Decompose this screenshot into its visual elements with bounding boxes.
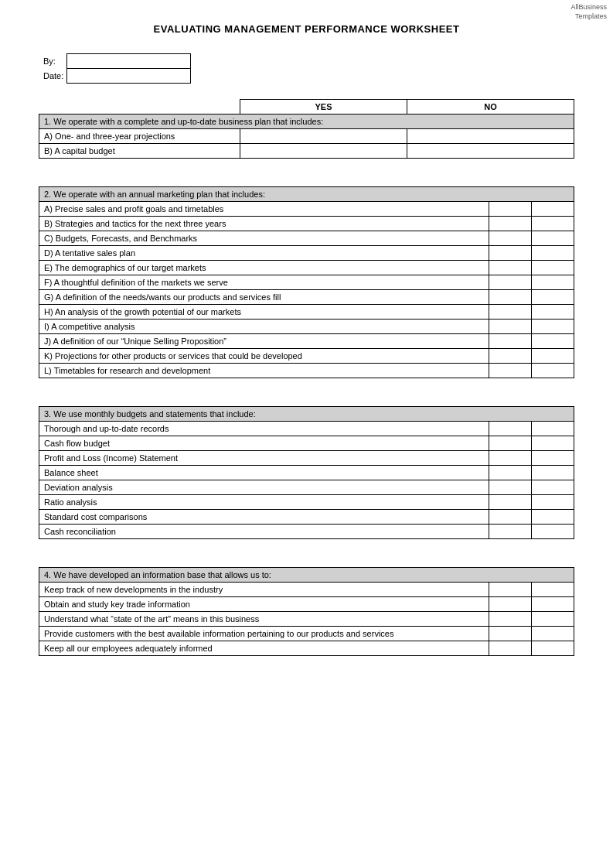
no-cell-2-6[interactable] <box>532 510 574 525</box>
row-text-1-7: H) An analysis of the growth potential o… <box>39 305 489 320</box>
yes-cell-1-9[interactable] <box>489 334 532 349</box>
row-text-2-4: Deviation analysis <box>39 480 489 495</box>
yes-cell-0-0[interactable] <box>240 129 407 144</box>
row-text-2-0: Thorough and up-to-date records <box>39 422 489 436</box>
table-row: B) Strategies and tactics for the next t… <box>39 217 574 231</box>
row-text-1-10: K) Projections for other products or ser… <box>39 349 489 364</box>
yes-cell-1-1[interactable] <box>489 217 532 231</box>
yes-cell-2-6[interactable] <box>489 510 532 525</box>
table-row: Provide customers with the best availabl… <box>39 627 574 641</box>
table-row: J) A definition of our “Unique Selling P… <box>39 334 574 349</box>
yes-cell-3-0[interactable] <box>489 583 532 597</box>
yes-cell-1-6[interactable] <box>489 290 532 305</box>
no-cell-1-7[interactable] <box>532 305 574 320</box>
yes-cell-1-11[interactable] <box>489 364 532 378</box>
table-row: Deviation analysis <box>39 480 574 495</box>
yes-header: YES <box>240 100 407 114</box>
yes-cell-2-5[interactable] <box>489 495 532 510</box>
no-cell-3-0[interactable] <box>532 583 574 597</box>
row-text-2-3: Balance sheet <box>39 466 489 480</box>
table-row: C) Budgets, Forecasts, and Benchmarks <box>39 231 574 246</box>
table-row: Cash reconciliation <box>39 525 574 539</box>
row-text-1-0: A) Precise sales and profit goals and ti… <box>39 202 489 217</box>
table-row: Obtain and study key trade information <box>39 597 574 612</box>
no-cell-1-1[interactable] <box>532 217 574 231</box>
section-table-2: 2. We operate with an annual marketing p… <box>39 186 574 378</box>
yes-cell-0-1[interactable] <box>240 144 407 159</box>
yes-cell-3-1[interactable] <box>489 597 532 612</box>
table-row: Standard cost comparisons <box>39 510 574 525</box>
row-text-1-6: G) A definition of the needs/wants our p… <box>39 290 489 305</box>
no-cell-1-10[interactable] <box>532 349 574 364</box>
no-cell-2-5[interactable] <box>532 495 574 510</box>
no-cell-1-4[interactable] <box>532 261 574 275</box>
row-text-3-2: Understand what “state of the art” means… <box>39 612 489 627</box>
by-date-table: By: Date: <box>39 53 191 84</box>
row-text-3-3: Provide customers with the best availabl… <box>39 627 489 641</box>
no-cell-2-0[interactable] <box>532 422 574 436</box>
table-row: Keep track of new developments in the in… <box>39 583 574 597</box>
yes-cell-1-10[interactable] <box>489 349 532 364</box>
no-cell-3-1[interactable] <box>532 597 574 612</box>
row-text-1-9: J) A definition of our “Unique Selling P… <box>39 334 489 349</box>
table-row: A) Precise sales and profit goals and ti… <box>39 202 574 217</box>
no-cell-1-5[interactable] <box>532 275 574 290</box>
yes-cell-1-5[interactable] <box>489 275 532 290</box>
no-cell-1-8[interactable] <box>532 320 574 334</box>
table-row: Keep all our employees adequately inform… <box>39 641 574 656</box>
yes-cell-2-2[interactable] <box>489 451 532 466</box>
row-text-0-0: A) One- and three-year projections <box>39 129 240 144</box>
yes-cell-2-4[interactable] <box>489 480 532 495</box>
yes-cell-3-2[interactable] <box>489 612 532 627</box>
yes-cell-2-0[interactable] <box>489 422 532 436</box>
row-text-2-1: Cash flow budget <box>39 436 489 451</box>
section-header-2: 2. We operate with an annual marketing p… <box>39 187 574 202</box>
row-text-3-4: Keep all our employees adequately inform… <box>39 641 489 656</box>
row-text-1-2: C) Budgets, Forecasts, and Benchmarks <box>39 231 489 246</box>
no-cell-3-2[interactable] <box>532 612 574 627</box>
table-row: Cash flow budget <box>39 436 574 451</box>
no-cell-3-4[interactable] <box>532 641 574 656</box>
watermark-line2: Templates <box>575 12 607 20</box>
no-cell-3-3[interactable] <box>532 627 574 641</box>
no-cell-0-1[interactable] <box>407 144 574 159</box>
row-text-1-1: B) Strategies and tactics for the next t… <box>39 217 489 231</box>
date-label: Date: <box>39 69 67 84</box>
no-cell-2-7[interactable] <box>532 525 574 539</box>
no-cell-1-11[interactable] <box>532 364 574 378</box>
date-input[interactable] <box>67 69 191 84</box>
row-text-2-5: Ratio analysis <box>39 495 489 510</box>
row-text-3-1: Obtain and study key trade information <box>39 597 489 612</box>
yes-cell-2-7[interactable] <box>489 525 532 539</box>
no-cell-1-2[interactable] <box>532 231 574 246</box>
no-cell-1-9[interactable] <box>532 334 574 349</box>
no-cell-1-3[interactable] <box>532 246 574 261</box>
no-cell-0-0[interactable] <box>407 129 574 144</box>
yes-cell-3-3[interactable] <box>489 627 532 641</box>
yes-cell-1-4[interactable] <box>489 261 532 275</box>
row-text-1-3: D) A tentative sales plan <box>39 246 489 261</box>
yes-cell-1-3[interactable] <box>489 246 532 261</box>
row-text-2-6: Standard cost comparisons <box>39 510 489 525</box>
no-cell-2-2[interactable] <box>532 451 574 466</box>
section-table-3: 3. We use monthly budgets and statements… <box>39 406 574 539</box>
table-row: Understand what “state of the art” means… <box>39 612 574 627</box>
no-cell-2-4[interactable] <box>532 480 574 495</box>
table-row: G) A definition of the needs/wants our p… <box>39 290 574 305</box>
by-label: By: <box>39 54 67 69</box>
no-cell-2-3[interactable] <box>532 466 574 480</box>
yes-cell-1-7[interactable] <box>489 305 532 320</box>
no-cell-1-0[interactable] <box>532 202 574 217</box>
yes-cell-1-2[interactable] <box>489 231 532 246</box>
yes-cell-1-8[interactable] <box>489 320 532 334</box>
table-row: K) Projections for other products or ser… <box>39 349 574 364</box>
row-text-1-8: I) A competitive analysis <box>39 320 489 334</box>
yes-cell-2-3[interactable] <box>489 466 532 480</box>
no-cell-2-1[interactable] <box>532 436 574 451</box>
yes-cell-3-4[interactable] <box>489 641 532 656</box>
section-header-4: 4. We have developed an information base… <box>39 568 574 583</box>
yes-cell-2-1[interactable] <box>489 436 532 451</box>
no-cell-1-6[interactable] <box>532 290 574 305</box>
yes-cell-1-0[interactable] <box>489 202 532 217</box>
by-input[interactable] <box>67 54 191 69</box>
